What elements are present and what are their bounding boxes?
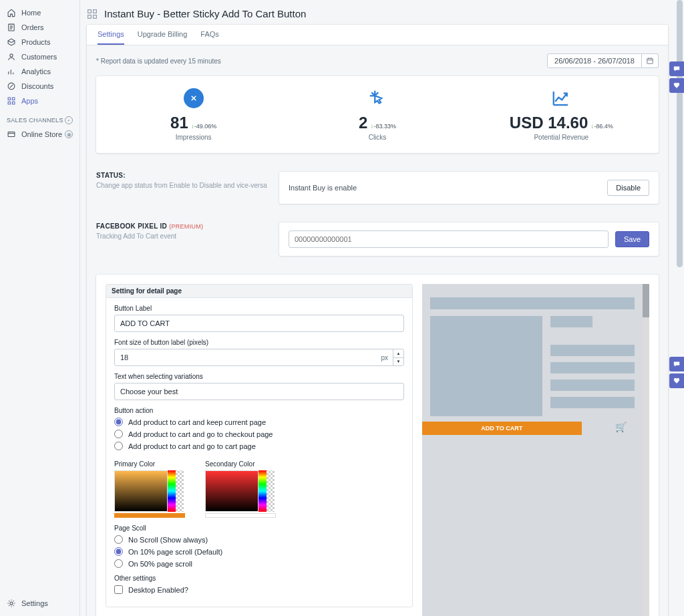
font-size-unit: px [381,354,388,361]
sales-channels-label: SALES CHANNELS [7,117,63,124]
preview-scrollbar[interactable] [643,284,649,317]
stats-row: 81↓-49.06% Impressions 2↓-83.33% Clicks … [96,76,659,153]
config-left: Setting for detail page Button Label Fon… [106,284,413,616]
action-radio-cart[interactable]: Add product to cart and go to cart page [114,442,404,450]
status-value: Instant Buy is enable [289,184,607,192]
tab-faqs[interactable]: FAQs [200,25,219,45]
nav-orders[interactable]: Orders [0,20,79,35]
nav-settings[interactable]: Settings [0,596,79,611]
scroll-radio-50[interactable]: On 50% page scroll [114,559,404,568]
stat-clicks: 2↓-83.33% Clicks [285,88,469,141]
date-range-input[interactable]: 26/06/2018 - 26/07/2018 [547,53,642,68]
fb-pixel-note: Tracking Add To Cart event [96,233,270,240]
impressions-label: Impressions [102,134,285,141]
nav-analytics[interactable]: Analytics [0,64,79,79]
nav-apps[interactable]: Apps [0,94,79,108]
revenue-label: Potential Revenue [470,134,653,141]
detail-legend: Setting for detail page [106,285,412,298]
variation-input[interactable] [114,383,404,400]
disable-button[interactable]: Disable [607,180,649,196]
nav-customers[interactable]: Customers [0,49,79,64]
svg-rect-6 [12,102,15,104]
svg-rect-10 [94,9,97,13]
nav-label: Products [21,38,50,46]
svg-rect-5 [8,102,11,104]
fb-pixel-save-button[interactable]: Save [615,231,649,247]
page-title: Instant Buy - Better Sticky Add To Cart … [104,8,306,19]
clicks-label: Clicks [285,134,469,141]
main-content: Instant Buy - Better Sticky Add To Cart … [80,0,675,616]
svg-rect-7 [8,132,15,137]
sales-channels-header: SALES CHANNELS + [0,108,79,127]
nav-label: Home [21,9,41,17]
impressions-value: 81 [170,114,188,132]
tabs: Settings Upgrade Billing FAQs [87,25,668,45]
svg-rect-11 [88,15,92,18]
button-action-label: Button action [114,407,404,414]
scroll-radio-10[interactable]: On 10% page scroll (Default) [114,547,404,556]
detail-page-fieldset: Setting for detail page Button Label Fon… [106,284,413,607]
nav-products[interactable]: Products [0,35,79,49]
clicks-delta: ↓-83.33% [370,123,396,130]
customers-icon [7,52,16,61]
nav-label: Analytics [21,67,51,75]
calendar-button[interactable] [642,53,659,68]
revenue-value: USD 14.60 [510,114,588,132]
cart-icon: 🛒 [615,422,627,432]
status-header: STATUS: [96,172,270,179]
fb-pixel-input[interactable] [289,230,609,248]
preview-pane: ADD TO CART 🛒 [422,284,649,616]
view-store-icon[interactable]: ◉ [65,130,73,138]
nav-label: Customers [21,53,57,61]
svg-rect-13 [647,58,653,63]
svg-point-8 [10,602,13,605]
tab-settings[interactable]: Settings [98,25,124,45]
primary-color-label: Primary Color [114,460,185,468]
status-section: STATUS: Change app status from Enable to… [96,172,659,204]
date-range-picker[interactable]: 26/06/2018 - 26/07/2018 [547,53,659,68]
orders-icon [7,23,16,32]
nav-home[interactable]: Home [0,5,79,20]
secondary-color-label: Secondary Color [205,460,276,468]
page-header: Instant Buy - Better Sticky Add To Cart … [87,5,668,25]
desktop-enabled-checkbox[interactable]: Desktop Enabled? [114,585,404,594]
tab-content: * Report data is updated every 15 minute… [87,45,668,616]
primary-color-picker[interactable] [114,470,185,512]
nav-label: Settings [21,599,48,607]
clicks-value: 2 [359,114,367,132]
font-size-spinner[interactable]: ▲▼ [393,349,403,365]
add-channel-button[interactable]: + [65,116,73,124]
svg-rect-9 [88,9,92,13]
fb-pixel-section: FACEBOOK PIXEL ID (PREMIUM) Tracking Add… [96,222,659,256]
action-radio-keep[interactable]: Add product to cart and keep current pag… [114,418,404,426]
variation-label: Text when selecting variations [114,373,404,380]
impressions-delta: ↓-49.06% [191,123,217,130]
nav-discounts[interactable]: Discounts [0,79,79,94]
fb-pixel-header: FACEBOOK PIXEL ID (PREMIUM) [96,222,270,230]
scroll-radio-none[interactable]: No Scroll (Show always) [114,535,404,544]
apps-icon [87,9,98,19]
app-panel: Settings Upgrade Billing FAQs * Report d… [87,25,668,616]
revenue-delta: ↓-86.4% [590,123,613,130]
status-note: Change app status from Enable to Disable… [96,182,270,189]
nav-label: Orders [21,23,44,31]
button-label-label: Button Label [114,305,404,312]
clicks-icon [367,88,387,108]
products-icon [7,37,16,47]
page-scroll-label: Page Scoll [114,524,404,532]
apps-icon [7,96,16,106]
font-size-label: Font size of button label (pixels) [114,339,404,346]
nav-label: Discounts [21,82,53,90]
svg-rect-3 [8,98,11,100]
action-radio-checkout[interactable]: Add product to cart and go to checkout p… [114,430,404,438]
tab-upgrade-billing[interactable]: Upgrade Billing [138,25,188,45]
nav-label: Online Store [21,130,65,138]
nav-online-store[interactable]: Online Store ◉ [0,127,79,142]
secondary-color-picker[interactable] [205,470,276,512]
online-store-icon [7,130,16,139]
discounts-icon [7,82,16,91]
button-label-input[interactable] [114,315,404,332]
nav-label: Apps [21,97,38,105]
font-size-input[interactable] [114,349,404,366]
report-note: * Report data is updated every 15 minute… [96,57,221,65]
